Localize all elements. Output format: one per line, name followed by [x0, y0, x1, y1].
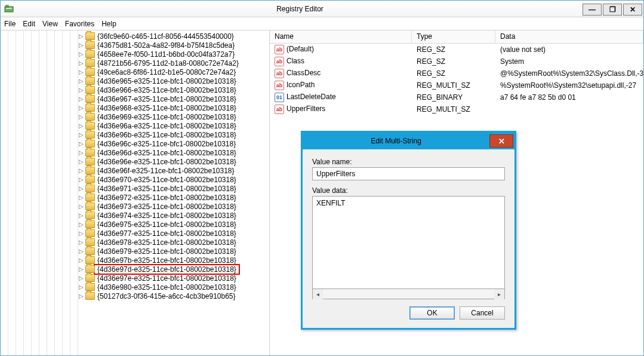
expand-glyph-icon[interactable]: ▷ — [78, 131, 84, 138]
expand-glyph-icon[interactable]: ▷ — [78, 42, 84, 48]
value-row[interactable]: ab(Default)REG_SZ(value not set) — [270, 44, 643, 56]
expand-glyph-icon[interactable]: ▷ — [78, 230, 84, 237]
expand-glyph-icon[interactable]: ▷ — [78, 275, 84, 281]
expand-glyph-icon[interactable]: ▷ — [78, 194, 84, 201]
folder-icon — [85, 68, 95, 76]
folder-icon — [85, 95, 95, 103]
expand-glyph-icon[interactable]: ▷ — [78, 149, 84, 156]
expand-glyph-icon[interactable]: ▷ — [78, 105, 84, 111]
expand-glyph-icon[interactable]: ▷ — [78, 158, 84, 165]
value-list-body: ab(Default)REG_SZ(value not set)abClassR… — [270, 44, 643, 115]
expand-glyph-icon[interactable]: ▷ — [78, 284, 84, 290]
expand-glyph-icon[interactable]: ▷ — [78, 239, 84, 245]
column-header-name[interactable]: Name — [270, 30, 412, 43]
value-row[interactable]: abUpperFiltersREG_MULTI_SZ — [270, 103, 643, 115]
tree-item-label: {4d36e975-e325-11ce-bfc1-08002be10318} — [97, 220, 236, 229]
value-name-cell: 01LastDeleteDate — [270, 93, 412, 102]
scroll-left-arrow[interactable]: ◂ — [313, 289, 323, 299]
expand-glyph-icon[interactable]: ▷ — [78, 140, 84, 147]
expand-glyph-icon[interactable]: ▷ — [78, 257, 84, 263]
menu-favorites[interactable]: Favorites — [65, 20, 94, 28]
dialog-titlebar[interactable]: Edit Multi-String ✕ — [303, 133, 514, 149]
folder-icon — [85, 292, 95, 300]
folder-icon — [85, 283, 95, 291]
tree-item-label: {4d36e977-e325-11ce-bfc1-08002be10318} — [97, 229, 236, 238]
value-row[interactable]: abClassREG_SZSystem — [270, 56, 643, 67]
menubar: File Edit View Favorites Help — [1, 17, 643, 30]
tree-item-label: {4d36e97e-e325-11ce-bfc1-08002be10318} — [97, 274, 236, 283]
value-name-field[interactable]: UpperFilters — [312, 167, 505, 180]
app-icon — [3, 3, 15, 15]
expand-glyph-icon[interactable]: ▷ — [78, 113, 84, 120]
dialog-title: Edit Multi-String — [303, 137, 489, 145]
expand-glyph-icon[interactable]: ▷ — [78, 51, 84, 57]
expand-glyph-icon[interactable]: ▷ — [78, 33, 84, 39]
expand-glyph-icon[interactable]: ▷ — [78, 167, 84, 174]
tree-item-label: {4d36e978-e325-11ce-bfc1-08002be10318} — [97, 238, 236, 247]
expand-glyph-icon[interactable]: ▷ — [78, 293, 84, 299]
tree-pane[interactable]: ▷{36fc9e60-c465-11cf-8056-444553540000}▷… — [1, 30, 270, 355]
close-button[interactable]: ✕ — [623, 4, 642, 16]
expand-glyph-icon[interactable]: ▷ — [78, 266, 84, 272]
value-row[interactable]: 01LastDeleteDateREG_BINARYa7 64 fe a7 82… — [270, 91, 643, 103]
expand-glyph-icon[interactable]: ▷ — [78, 221, 84, 228]
ok-button[interactable]: OK — [409, 306, 455, 320]
value-row[interactable]: abClassDescREG_SZ@%SystemRoot%\System32\… — [270, 67, 643, 79]
expand-glyph-icon[interactable]: ▷ — [78, 203, 84, 210]
minimize-button[interactable]: — — [583, 4, 602, 16]
expand-glyph-icon[interactable]: ▷ — [78, 122, 84, 129]
folder-icon — [85, 229, 95, 237]
menu-edit[interactable]: Edit — [23, 20, 35, 28]
folder-icon — [85, 176, 95, 183]
folder-icon — [85, 238, 95, 246]
tree-item-label: {4d36e967-e325-11ce-bfc1-08002be10318} — [97, 95, 236, 103]
folder-icon — [85, 122, 95, 130]
horizontal-scrollbar[interactable]: ◂ ▸ — [312, 289, 505, 299]
value-data-textarea[interactable] — [312, 196, 505, 289]
expand-glyph-icon[interactable]: ▷ — [78, 185, 84, 192]
value-list-header[interactable]: Name Type Data — [270, 30, 643, 44]
menu-file[interactable]: File — [4, 20, 16, 28]
tree-item-label: {4d36e972-e325-11ce-bfc1-08002be10318} — [97, 194, 236, 202]
dialog-close-button[interactable]: ✕ — [489, 134, 513, 148]
tree-item-label: {4d36e968-e325-11ce-bfc1-08002be10318} — [97, 104, 236, 112]
tree-item-label: {48721b56-6795-11d2-b1a8-0080c72e74a2} — [97, 59, 239, 67]
folder-icon — [85, 77, 95, 85]
expand-glyph-icon[interactable]: ▷ — [78, 212, 84, 219]
string-value-icon: ab — [275, 69, 284, 78]
expand-glyph-icon[interactable]: ▷ — [78, 96, 84, 102]
expand-glyph-icon[interactable]: ▷ — [78, 69, 84, 75]
column-header-data[interactable]: Data — [495, 30, 643, 43]
value-data-label: Value data: — [312, 186, 505, 195]
tree-indent-guides — [1, 30, 78, 355]
folder-icon — [85, 86, 95, 94]
expand-glyph-icon[interactable]: ▷ — [78, 60, 84, 66]
maximize-button[interactable]: ❐ — [603, 4, 622, 16]
tree-item-label: {36fc9e60-c465-11cf-8056-444553540000} — [97, 32, 234, 41]
menu-help[interactable]: Help — [101, 20, 116, 28]
column-header-type[interactable]: Type — [412, 30, 495, 43]
value-row[interactable]: abIconPathREG_MULTI_SZ%SystemRoot%\Syste… — [270, 79, 643, 91]
tree-item-label: {43675d81-502a-4a82-9f84-b75f418c5dea} — [97, 41, 235, 50]
value-data-cell: (value not set) — [495, 45, 643, 54]
folder-icon — [85, 113, 95, 121]
menu-view[interactable]: View — [42, 20, 58, 28]
value-name-cell: ab(Default) — [270, 45, 412, 54]
expand-glyph-icon[interactable]: ▷ — [78, 87, 84, 93]
binary-value-icon: 01 — [275, 93, 284, 102]
expand-glyph-icon[interactable]: ▷ — [78, 176, 84, 183]
window-title: Registry Editor — [17, 5, 583, 13]
cancel-button[interactable]: Cancel — [460, 306, 505, 320]
expand-glyph-icon[interactable]: ▷ — [78, 248, 84, 254]
tree-item-label: {4d36e96c-e325-11ce-bfc1-08002be10318} — [97, 140, 236, 148]
scroll-right-arrow[interactable]: ▸ — [494, 289, 504, 299]
tree-item-label: {4d36e965-e325-11ce-bfc1-08002be10318} — [97, 77, 236, 85]
value-data-cell: %SystemRoot%\System32\setupapi.dll,-27 — [495, 81, 643, 90]
value-type-cell: REG_MULTI_SZ — [412, 81, 495, 90]
tree-item-label: {4d36e974-e325-11ce-bfc1-08002be10318} — [97, 211, 236, 220]
expand-glyph-icon[interactable]: ▷ — [78, 78, 84, 84]
value-name-cell: abUpperFilters — [270, 105, 412, 114]
tree-item-label: {50127dc3-0f36-415e-a6cc-4cb3be910b65} — [97, 292, 236, 300]
tree-item-label: {4d36e96d-e325-11ce-bfc1-08002be10318} — [97, 149, 236, 157]
tree-item-label: {4d36e966-e325-11ce-bfc1-08002be10318} — [97, 86, 236, 94]
